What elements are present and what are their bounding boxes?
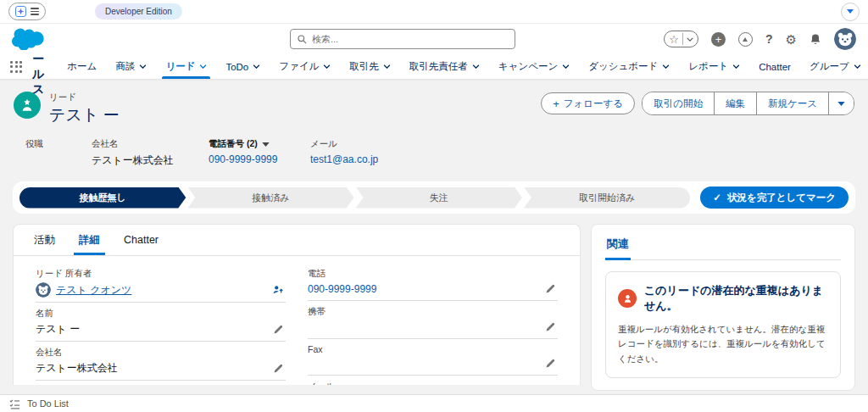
chevron-down-icon — [139, 64, 147, 69]
salesforce-logo — [12, 28, 44, 50]
sales-path: 接触歴無し接触済み失注取引開始済み ✓ 状況を完了としてマーク — [13, 181, 855, 214]
path-stage-label: 接触歴無し — [80, 192, 126, 204]
highlight-field: 役職 — [25, 138, 68, 168]
record-title: テスト ー — [49, 104, 120, 126]
search-input[interactable] — [312, 34, 508, 44]
field-label: Fax — [308, 344, 558, 354]
footer-bar: To Do List — [0, 394, 868, 412]
nav-tab-取引先[interactable]: 取引先 — [340, 54, 400, 79]
nav-tab-ダッシュボード[interactable]: ダッシュボード — [579, 54, 679, 79]
help-icon[interactable]: ? — [765, 33, 773, 45]
global-search[interactable] — [290, 29, 515, 49]
tab-Chatter[interactable]: Chatter — [112, 225, 170, 255]
field-label: 名前 — [36, 308, 286, 320]
nav-tab-リード[interactable]: リード — [156, 54, 216, 79]
search-icon — [298, 35, 307, 44]
sparkle-icon — [15, 6, 26, 17]
nav-tab-商談[interactable]: 商談 — [106, 54, 156, 79]
highlight-value — [25, 153, 68, 165]
path-stage-接触済み[interactable]: 接触済み — [187, 187, 353, 209]
field-label: メール — [308, 381, 558, 385]
related-column: 関連 このリードの潜在的な重複はありません。 重複ルールが有効化されていません。… — [591, 224, 855, 385]
chevron-down-icon — [562, 64, 570, 69]
more-actions-button[interactable] — [828, 92, 854, 114]
related-card: 関連 このリードの潜在的な重複はありません。 重複ルールが有効化されていません。… — [591, 224, 855, 391]
new-case-button[interactable]: 新規ケース — [756, 92, 828, 114]
nav-tab-label: レポート — [688, 60, 728, 73]
path-stage-接触歴無し[interactable]: 接触歴無し — [19, 187, 186, 209]
nav-tab-キャンペーン[interactable]: キャンペーン — [489, 54, 579, 79]
tab-related[interactable]: 関連 — [605, 235, 631, 260]
field-会社名: 会社名テストー株式会社 — [36, 342, 286, 381]
tab-活動[interactable]: 活動 — [22, 225, 67, 255]
record-entity-label: リード — [49, 92, 120, 103]
star-icon: ☆ — [669, 34, 679, 45]
owner-link[interactable]: テスト クオンツ — [56, 283, 131, 298]
nav-tab-グループ[interactable]: グループ — [800, 54, 868, 79]
field-名前: 名前テスト ー — [36, 303, 286, 342]
nav-tab-label: ファイル — [279, 60, 319, 73]
collapse-toolbar-button[interactable] — [841, 3, 860, 21]
nav-tabs: ホーム商談リードToDoファイル取引先取引先責任者キャンペーンダッシュボードレポ… — [58, 54, 868, 79]
field-value: テスト ー — [36, 322, 286, 337]
field-label: 会社名 — [36, 347, 286, 359]
chevron-down-icon — [662, 64, 670, 69]
gear-icon[interactable]: ⚙ — [786, 33, 797, 46]
nav-tab-ファイル[interactable]: ファイル — [270, 54, 340, 79]
plus-icon: + — [715, 34, 722, 45]
highlight-label[interactable]: 電話番号 (2) — [209, 138, 287, 150]
chevron-down-icon — [199, 64, 207, 69]
todo-list-icon — [9, 398, 20, 409]
field-value[interactable]: 090-9999-9999 — [308, 282, 558, 296]
convert-label: 取引の開始 — [654, 97, 703, 110]
mark-complete-label: 状況を完了としてマーク — [727, 192, 836, 204]
edit-pencil-icon[interactable] — [273, 363, 284, 374]
nav-tab-取引先責任者[interactable]: 取引先責任者 — [400, 54, 489, 79]
nav-tab-label: 取引先 — [349, 60, 379, 73]
highlight-label: メール — [310, 138, 395, 150]
app-launcher-icon[interactable] — [10, 61, 22, 73]
plus-icon: + — [553, 97, 559, 110]
favorites-control[interactable]: ☆ — [664, 31, 698, 47]
highlight-field: 会社名テストー株式会社 — [92, 138, 185, 168]
extension-pill[interactable] — [8, 3, 46, 20]
highlight-label-text: 電話番号 (2) — [209, 138, 258, 150]
record-action-group: 取引の開始 編集 新規ケース — [642, 92, 854, 115]
path-stage-取引開始済み[interactable]: 取引開始済み — [524, 187, 690, 209]
nav-tab-レポート[interactable]: レポート — [679, 54, 749, 79]
follow-button[interactable]: + フォローする — [541, 92, 635, 114]
highlight-value[interactable]: 090-9999-9999 — [209, 153, 287, 165]
path-stage-失注[interactable]: 失注 — [356, 187, 522, 209]
chevron-down-icon — [854, 64, 861, 69]
edit-pencil-icon[interactable] — [545, 283, 556, 294]
nav-tab-label: ToDo — [225, 62, 248, 72]
user-avatar[interactable] — [834, 28, 856, 50]
edit-pencil-icon[interactable] — [545, 321, 556, 332]
edit-button[interactable]: 編集 — [714, 92, 756, 114]
field-携帯: 携帯 — [308, 301, 558, 339]
tab-詳細[interactable]: 詳細 — [67, 225, 112, 255]
mark-status-complete-button[interactable]: ✓ 状況を完了としてマーク — [700, 187, 849, 209]
field-電話: 電話090-9999-9999 — [308, 263, 558, 301]
field-value: テスト クオンツ — [36, 282, 286, 298]
change-owner-icon[interactable] — [272, 284, 284, 296]
edit-pencil-icon[interactable] — [545, 358, 556, 369]
edit-pencil-icon[interactable] — [273, 324, 284, 335]
duplicates-card: このリードの潜在的な重複はありません。 重複ルールが有効化されていません。潜在的… — [605, 271, 841, 378]
chevron-down-icon — [253, 64, 260, 69]
nav-tab-label: ホーム — [67, 60, 97, 73]
todo-list-label[interactable]: To Do List — [27, 398, 69, 409]
nav-tab-Chatter[interactable]: Chatter — [749, 54, 800, 79]
field-Fax: Fax — [308, 339, 558, 376]
global-actions-button[interactable]: + — [711, 32, 726, 47]
related-tab-row: 関連 — [605, 235, 841, 260]
nav-tab-label: キャンペーン — [498, 60, 558, 73]
nav-tab-ホーム[interactable]: ホーム — [58, 54, 106, 79]
record-detail-card: 活動詳細Chatter リード 所有者テスト クオンツ名前テスト ー会社名テスト… — [13, 224, 581, 385]
convert-button[interactable]: 取引の開始 — [643, 92, 714, 114]
highlight-value[interactable]: test1@aa.co.jp — [310, 153, 395, 165]
bell-icon[interactable] — [810, 33, 821, 46]
trailhead-icon[interactable] — [738, 32, 753, 47]
highlights-panel: 役職会社名テストー株式会社電話番号 (2)090-9999-9999メールtes… — [14, 126, 854, 181]
nav-tab-ToDo[interactable]: ToDo — [216, 54, 270, 79]
